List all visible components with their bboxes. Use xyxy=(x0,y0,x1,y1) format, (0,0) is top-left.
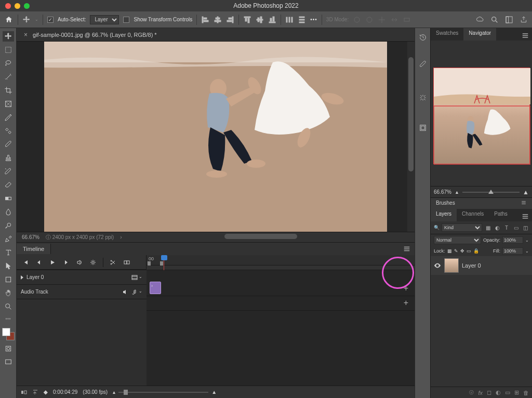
history-brush-tool[interactable] xyxy=(3,166,14,177)
timecode[interactable]: 0:00:04:29 xyxy=(53,389,77,395)
align-middle-icon[interactable] xyxy=(256,16,264,24)
layer-thumbnail[interactable] xyxy=(444,258,459,273)
color-swatches[interactable] xyxy=(2,328,15,340)
status-arrow-icon[interactable]: › xyxy=(120,234,122,240)
blend-mode-select[interactable]: Normal xyxy=(434,236,481,244)
lock-position-icon[interactable]: ✥ xyxy=(460,248,464,254)
share-icon[interactable] xyxy=(520,16,528,24)
zoom-level[interactable]: 66.67% xyxy=(22,234,39,240)
dropdown-icon[interactable]: ⌄ xyxy=(35,17,38,22)
scrollbar-thumb[interactable] xyxy=(408,57,414,171)
dropdown-icon[interactable]: ⌄ xyxy=(139,289,142,295)
toggle-onion-icon[interactable] xyxy=(21,389,27,395)
brushes-panel-header[interactable]: Brushes xyxy=(431,197,532,209)
render-icon[interactable] xyxy=(32,389,38,395)
panel-menu-icon[interactable] xyxy=(521,200,527,205)
nav-zoom-slider[interactable] xyxy=(462,192,520,193)
search-icon[interactable] xyxy=(490,16,499,24)
prev-frame-button[interactable] xyxy=(33,257,45,268)
keyframe-icon[interactable]: ◆ xyxy=(44,389,48,395)
dropdown-icon[interactable]: ⌄ xyxy=(139,274,142,281)
blur-tool[interactable] xyxy=(3,207,14,217)
history-icon[interactable] xyxy=(419,33,427,42)
audio-icon[interactable] xyxy=(122,289,128,295)
transform-checkbox[interactable] xyxy=(123,17,129,23)
cloud-icon[interactable] xyxy=(476,16,484,24)
split-button[interactable] xyxy=(108,257,119,268)
zoom-in-icon[interactable]: ▲ xyxy=(211,389,217,395)
audio-track-header[interactable]: Audio Track ⌄ xyxy=(17,285,147,299)
hand-tool[interactable] xyxy=(3,288,14,298)
quickmask-tool[interactable] xyxy=(3,343,14,354)
adjustments-icon[interactable] xyxy=(419,94,427,102)
more-icon[interactable]: ••• xyxy=(310,17,317,22)
path-select-tool[interactable] xyxy=(3,261,14,271)
doc-dimensions[interactable]: ⓘ 2400 px x 2400 px (72 ppi) xyxy=(46,234,114,241)
tab-close-icon[interactable]: × xyxy=(24,31,28,38)
add-audio-button[interactable]: + xyxy=(404,298,408,308)
link-layers-icon[interactable]: ⦾ xyxy=(469,389,474,396)
layer-track-header[interactable]: Layer 0 ⌄ xyxy=(17,270,147,285)
settings-button[interactable] xyxy=(87,257,99,268)
mute-button[interactable] xyxy=(74,257,85,268)
work-area-start[interactable] xyxy=(148,261,151,266)
filter-type-icon[interactable]: T xyxy=(503,224,510,231)
swatches-tab[interactable]: Swatches xyxy=(431,28,463,41)
group-icon[interactable]: ▭ xyxy=(505,389,510,396)
align-top-icon[interactable] xyxy=(243,16,251,24)
navigator-preview[interactable] xyxy=(431,41,532,186)
fx-icon[interactable]: fx xyxy=(478,390,483,396)
layer-group-select[interactable]: Layer xyxy=(90,15,119,24)
auto-select-checkbox[interactable] xyxy=(47,17,54,23)
horizontal-scrollbar[interactable] xyxy=(214,234,407,239)
layers-tab[interactable]: Layers xyxy=(431,209,457,221)
fill-value[interactable]: 100% xyxy=(502,247,523,255)
timeline-zoom[interactable]: ▴ ▲ xyxy=(113,389,217,395)
opacity-value[interactable]: 100% xyxy=(502,236,523,244)
dropdown-icon[interactable]: ⌄ xyxy=(525,249,529,254)
brush-tool[interactable] xyxy=(3,139,14,150)
vertical-scrollbar[interactable] xyxy=(407,42,415,232)
timeline-tab[interactable]: Timeline xyxy=(17,244,51,254)
libraries-icon[interactable] xyxy=(419,124,427,132)
adjustment-icon[interactable]: ◐ xyxy=(496,389,501,396)
play-button[interactable] xyxy=(47,257,58,268)
panel-menu-icon[interactable] xyxy=(522,31,529,41)
lock-artboard-icon[interactable]: ▭ xyxy=(467,248,471,254)
crop-tool[interactable] xyxy=(3,85,14,96)
foreground-color[interactable] xyxy=(2,328,10,336)
visibility-icon[interactable] xyxy=(434,262,441,269)
paths-tab[interactable]: Paths xyxy=(489,209,513,221)
navigator-viewport[interactable] xyxy=(434,106,530,165)
navigator-tab[interactable]: Navigator xyxy=(463,28,496,41)
eraser-tool[interactable] xyxy=(3,180,14,190)
lock-all-icon[interactable]: 🔒 xyxy=(473,248,479,254)
workspace-icon[interactable] xyxy=(505,16,513,24)
dodge-tool[interactable] xyxy=(3,220,14,231)
lock-paint-icon[interactable]: ✎ xyxy=(454,248,458,254)
go-first-button[interactable] xyxy=(20,257,31,268)
dropdown-icon[interactable]: ⌄ xyxy=(525,238,529,243)
transition-button[interactable] xyxy=(121,257,132,268)
channels-tab[interactable]: Channels xyxy=(457,209,489,221)
eyedropper-tool[interactable] xyxy=(3,112,14,123)
track-lanes[interactable]: › + + xyxy=(147,270,415,386)
marquee-tool[interactable] xyxy=(3,45,14,55)
shape-tool[interactable] xyxy=(3,274,14,285)
note-icon[interactable] xyxy=(130,289,137,295)
home-icon[interactable] xyxy=(4,16,14,24)
move-tool[interactable] xyxy=(3,31,14,42)
move-tool-icon[interactable] xyxy=(22,16,31,24)
navigator-thumbnail[interactable] xyxy=(433,68,530,164)
work-area-end[interactable] xyxy=(160,261,163,266)
zoom-out-icon[interactable]: ▲ xyxy=(455,190,459,195)
layer-item[interactable]: Layer 0 xyxy=(431,256,532,275)
zoom-slider-thumb[interactable] xyxy=(124,390,128,395)
filter-image-icon[interactable]: ▦ xyxy=(484,224,491,231)
mask-icon[interactable]: ◻ xyxy=(487,389,491,396)
nav-zoom-value[interactable]: 66.67% xyxy=(434,189,451,195)
type-tool[interactable] xyxy=(3,247,14,258)
document-tab[interactable]: × gif-sample-0001.jpg @ 66.7% (Layer 0, … xyxy=(17,28,415,42)
stamp-tool[interactable] xyxy=(3,153,14,163)
zoom-in-icon[interactable]: ▲ xyxy=(523,189,529,196)
